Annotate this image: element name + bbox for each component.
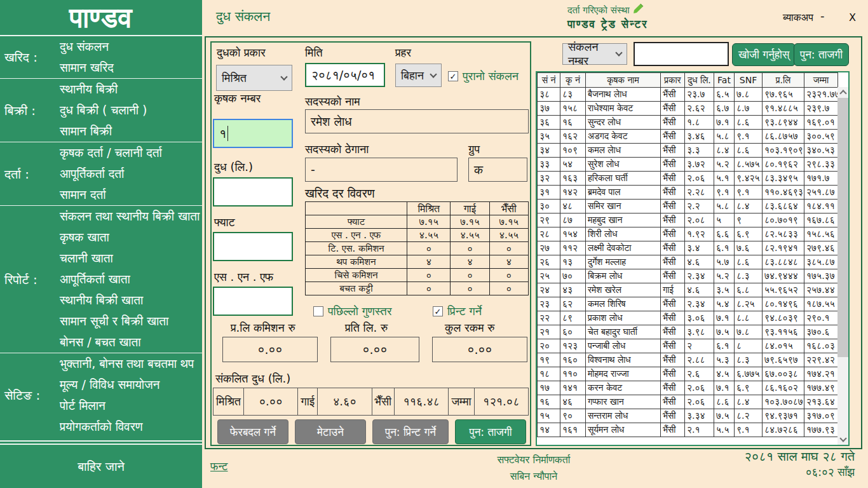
table-cell: सूर्यमन लोध: [586, 423, 661, 437]
sidebar-item[interactable]: संकलन तथा स्थानीय बिक्री खाता: [60, 206, 202, 227]
table-cell: भैंसी: [661, 255, 685, 269]
scroll-down-icon[interactable]: [837, 434, 848, 445]
table-cell: भैंसी: [661, 200, 685, 214]
sidebar-item[interactable]: सामान खरिद: [60, 57, 202, 78]
font-link[interactable]: फन्ट: [210, 460, 228, 473]
sidebar-item[interactable]: कृषक दर्ता / चलानी दर्ता: [60, 142, 202, 163]
table-cell: १८७.५५: [804, 297, 838, 311]
sidebar-item[interactable]: चलानी खाता: [60, 248, 202, 269]
table-cell: १८४.११: [804, 200, 838, 214]
last-quality-checkbox[interactable]: [313, 306, 323, 316]
delete-button[interactable]: मेटाउने: [295, 419, 366, 444]
main-header: दुध संकलन दर्ता गरिएको संस्था पाण्डव ट्र…: [202, 0, 868, 36]
table-row[interactable]: १९१६०विश्वनाथ लेाधभैंसी२.८८५.३८.३७९.६५९७…: [538, 353, 838, 367]
member-name-input[interactable]: रमेश लेाध: [305, 109, 529, 133]
table-row[interactable]: २४४३रमेश खरेलगाई४.६३.५६.८५५.९६५२२५७.४४: [538, 283, 838, 297]
date-input[interactable]: २०८१/०५/०१: [305, 63, 385, 87]
table-row[interactable]: २६१३दुर्गेश मल्लाहभैंसी४.६५.७८.६८३.८८४८३…: [538, 255, 838, 269]
sidebar-item[interactable]: पोर्ट मिलान: [60, 395, 202, 416]
table-cell: २०: [538, 339, 560, 353]
search-button[interactable]: खोजी गर्नुहोस्: [732, 43, 796, 66]
backup-button[interactable]: ब्याकअप: [783, 11, 813, 24]
sidebar-item[interactable]: सामान बिक्री: [60, 121, 202, 142]
print-checkbox[interactable]: [433, 306, 443, 316]
table-row[interactable]: २३६२कमल शिरिषभैंसी२.३४५.४८.२५८०.१४९६१८७.…: [538, 297, 838, 311]
minimize-button[interactable]: -: [820, 9, 825, 22]
fat-input[interactable]: [213, 232, 293, 261]
collected-cell-label: मिश्रित: [214, 388, 244, 415]
sidebar-item[interactable]: दुध संकलन: [60, 36, 202, 57]
exit-button[interactable]: बाहिर जाने: [78, 459, 125, 474]
prahar-select[interactable]: बिहान: [395, 64, 442, 87]
app-logo: पाण्डव: [0, 0, 202, 36]
table-row[interactable]: २८१५४शिरी लोधभैंसी१.९२६.६६.९८२.५८३३१५८.५…: [538, 227, 838, 241]
table-scrollbar[interactable]: [837, 87, 848, 445]
sidebar-item[interactable]: स्थानीय बिक्री खाता: [60, 290, 202, 311]
milk-type-select[interactable]: मिश्रित: [216, 65, 292, 91]
table-row[interactable]: २२८९प्रकाश लोधभैंसी३.०६७.१८.८९४.८०३९२९०.…: [538, 311, 838, 325]
sidebar-item[interactable]: मूल्य / विविध समायोजन: [60, 374, 202, 395]
edit-button[interactable]: फेरबदल गर्ने: [217, 419, 288, 444]
refresh-button[interactable]: पुन: ताजगी: [455, 419, 526, 444]
table-refresh-button[interactable]: पुन: ताजगी: [794, 43, 849, 66]
table-row[interactable]: १७१४१करन केवटभैंसी२.०६७.१६.९८६.१६०२१७७.४…: [538, 381, 838, 395]
table-row[interactable]: ३६१६सुन्दर लोधभैंसी१.८७.१८.६९३.८९४४१६९.०…: [538, 116, 838, 130]
table-row[interactable]: ३११४२ब्रमदेव पालभैंसी२.२८९.१९.१११०.४६९३२…: [538, 186, 838, 200]
table-row[interactable]: २५७०बिक्रम लोधभैंसी२.३४५.२८.३७४.९४४४१७५.…: [538, 269, 838, 283]
table-row[interactable]: २०१२३पन्जाबी लोधभैंसी२६.१८८४.०१५१६८.०३: [538, 339, 838, 353]
per-l-rate-value: ०.००: [330, 337, 419, 362]
table-row[interactable]: २९८७महबुद खानभैंसी२.०८५९८०.७०१९१६७.८६: [538, 214, 838, 227]
member-address-input[interactable]: -: [305, 158, 458, 182]
sidebar-item[interactable]: दुध बिक्री ( चलानी ): [60, 100, 202, 121]
org-name: पाण्डव ट्रेड सेन्टर: [567, 17, 648, 32]
table-row[interactable]: २७११२लक्ष्मी देवकोटाभैंसी३.४६.१७.६८२.१९४…: [538, 241, 838, 255]
old-collection-checkbox[interactable]: [448, 71, 458, 81]
table-row[interactable]: ३३५४सुरेश लोधभैंसी३.७२५.२८.५७५८०.१९६२२९८…: [538, 158, 838, 172]
table-cell: ३.३४: [685, 409, 714, 423]
table-cell: ३५: [538, 130, 560, 144]
table-row[interactable]: १६४६गप्फार खानभैंसी२.०६८.६८.४१०३.७०८७२१३…: [538, 395, 838, 409]
sidebar-item[interactable]: आपूर्तिकर्ता दर्ता: [60, 163, 202, 184]
table-cell: राधेश्याम केवट: [586, 102, 661, 116]
edit-pencil-icon[interactable]: [633, 3, 644, 17]
sidebar-item[interactable]: प्रयोगकर्ताको विवरण: [60, 416, 202, 437]
sidebar-item[interactable]: बोनस / बचत खाता: [60, 332, 202, 353]
sidebar-item[interactable]: आपूर्तिकर्ता खाता: [60, 269, 202, 290]
table-row[interactable]: ३४१०९कमल लेाधभैंसी३.३८.४८.६१०३.१९०९३४०.५…: [538, 144, 838, 158]
table-row[interactable]: ३२१६३हरिकला घर्तीभैंसी२.०६५.१९.४२५८३.३४९…: [538, 172, 838, 186]
sidebar-item[interactable]: सामान दर्ता: [60, 184, 202, 205]
farmer-no-input[interactable]: १: [213, 119, 293, 148]
table-cell: ७.५: [714, 325, 735, 339]
close-button[interactable]: X: [849, 11, 856, 24]
sidebar-item[interactable]: कृषक खाता: [60, 227, 202, 248]
table-cell: करन केवट: [586, 381, 661, 395]
sidebar-item[interactable]: सामान सूची र बिक्री खाता: [60, 311, 202, 332]
search-input[interactable]: [634, 42, 729, 66]
table-cell: २७: [538, 241, 560, 255]
snf-input[interactable]: [213, 287, 293, 316]
search-field-select[interactable]: संकलन नम्बर: [562, 43, 627, 65]
table-row[interactable]: ३८८३बैजनाथ लेाधभैंसी२३.७६.५७.८९७.९६५२३२१…: [538, 88, 838, 102]
table-cell: ८४.०१५: [763, 339, 804, 353]
milk-qty-input[interactable]: [213, 177, 293, 207]
table-cell: २.२८: [685, 186, 714, 200]
table-row[interactable]: ३५१६२अडगद केवटभैंसी३.४६५.८९.१८६.८७५७३००.…: [538, 130, 838, 144]
scroll-up-icon[interactable]: [837, 87, 848, 98]
table-row[interactable]: १८११०मोहमद राज्जाभैंसी२.६४.५६.७७५६७.००३८…: [538, 367, 838, 381]
table-cell: १७५.३७: [804, 269, 838, 283]
table-row[interactable]: ३०४८समिर खानभैंसी२.२५.८८.४८३.६८६४१८४.११: [538, 200, 838, 214]
rate-row-label: टि. एस. कमिशन: [306, 242, 407, 255]
group-input[interactable]: क: [468, 158, 527, 182]
table-row[interactable]: १५९०सन्तराम लोधभैंसी३.३४७.५८.२९४.९३७१३१७…: [538, 409, 838, 423]
scrollbar-thumb[interactable]: [837, 98, 848, 357]
table-row[interactable]: ३७१५८राधेश्याम केवटभैंसी२.६२६.७८.७९१.४८८…: [538, 102, 838, 116]
rate-table-header-cell: मिश्रित: [407, 202, 451, 215]
table-row[interactable]: २१६०चेत बहादुर घार्तीभैंसी३.९८७.५७.८९३.१…: [538, 325, 838, 339]
sidebar-item[interactable]: स्थानीय बिक्री: [60, 79, 202, 100]
table-row[interactable]: १४१६१सूर्यमन लोधभैंसी२.१५.५९.१८४.७२८६१७७…: [538, 423, 838, 437]
group-label: ग्रुप: [468, 142, 480, 156]
reprint-button[interactable]: पुन: प्रिन्ट गर्ने: [372, 419, 449, 444]
sidebar-item[interactable]: भुक्तानी, बोनस तथा बचतमा थप: [60, 353, 202, 374]
table-cell: ८३.६८६४: [763, 200, 804, 214]
farmer-no-label: कृषक नम्बर: [214, 92, 261, 105]
